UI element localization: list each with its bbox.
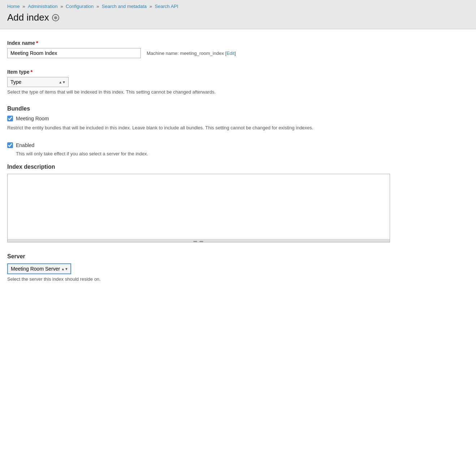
enabled-row: Enabled xyxy=(7,142,390,148)
breadcrumb: Home » Administration » Configuration » … xyxy=(7,4,469,9)
breadcrumb-home[interactable]: Home xyxy=(7,4,20,9)
enabled-description: This will only take effect if you also s… xyxy=(16,151,390,156)
bundle-meeting-room-row: Meeting Room xyxy=(7,116,390,121)
resize-dots-icon: ▬ ▬ xyxy=(194,239,204,243)
machine-name-edit-link[interactable]: Edit xyxy=(226,51,234,56)
server-description: Select the server this index should resi… xyxy=(7,276,390,282)
textarea-resize-handle[interactable]: ▬ ▬ xyxy=(8,239,390,242)
bundles-section: Bundles Meeting Room Restrict the entity… xyxy=(7,105,390,132)
item-type-section: Item type* Type ▲▼ Select the type of it… xyxy=(7,69,390,95)
server-select-wrapper: Meeting Room Server ▲▼ xyxy=(7,263,71,274)
help-icon[interactable]: ⊕ xyxy=(52,14,59,21)
index-description-section: Index description ▬ ▬ xyxy=(7,164,390,242)
enabled-checkbox[interactable] xyxy=(7,142,13,148)
breadcrumb-search-and-metadata[interactable]: Search and metadata xyxy=(102,4,147,9)
page-title: Add index xyxy=(7,12,49,23)
bundles-description: Restrict the entity bundles that will be… xyxy=(7,124,390,132)
enabled-section: Enabled This will only take effect if yo… xyxy=(7,142,390,156)
page-title-row: Add index ⊕ xyxy=(7,12,469,23)
index-description-wrapper: ▬ ▬ xyxy=(7,174,390,242)
index-name-section: Index name* Machine name: meeting_room_i… xyxy=(7,40,390,58)
index-name-input[interactable] xyxy=(7,48,141,58)
bundle-meeting-room-label: Meeting Room xyxy=(16,116,49,121)
server-heading: Server xyxy=(7,253,390,260)
index-description-heading: Index description xyxy=(7,164,390,170)
machine-name-display: Machine name: meeting_room_index [Edit] xyxy=(147,51,236,56)
item-type-description: Select the type of items that will be in… xyxy=(7,89,390,95)
required-star-index-name: * xyxy=(36,40,38,46)
index-name-row: Machine name: meeting_room_index [Edit] xyxy=(7,48,390,58)
header-bar: Home » Administration » Configuration » … xyxy=(0,0,476,29)
bundles-heading: Bundles xyxy=(7,105,390,112)
index-description-textarea[interactable] xyxy=(8,174,390,239)
item-type-select[interactable]: Type xyxy=(7,77,69,87)
enabled-label: Enabled xyxy=(16,142,34,148)
breadcrumb-configuration[interactable]: Configuration xyxy=(66,4,94,9)
breadcrumb-administration[interactable]: Administration xyxy=(28,4,57,9)
index-name-label: Index name* xyxy=(7,40,390,46)
item-type-label: Item type* xyxy=(7,69,390,75)
breadcrumb-search-api[interactable]: Search API xyxy=(155,4,178,9)
item-type-select-wrapper: Type ▲▼ xyxy=(7,77,69,87)
server-select[interactable]: Meeting Room Server xyxy=(7,263,71,274)
main-content: Index name* Machine name: meeting_room_i… xyxy=(0,29,397,307)
bundle-meeting-room-checkbox[interactable] xyxy=(7,116,13,121)
required-star-item-type: * xyxy=(30,69,32,75)
server-section: Server Meeting Room Server ▲▼ Select the… xyxy=(7,253,390,282)
